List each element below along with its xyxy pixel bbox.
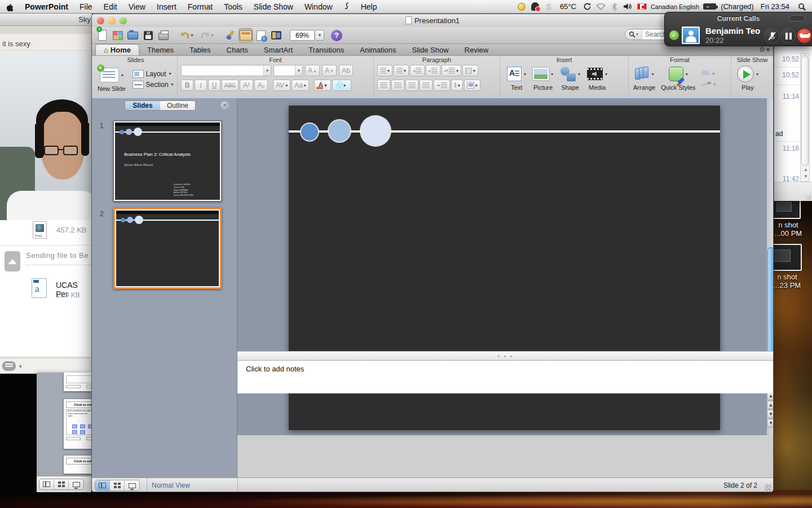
line-spacing-button[interactable]: ▴▾▾ bbox=[442, 65, 461, 76]
shape-fill-button[interactable]: ▾ bbox=[701, 71, 716, 77]
battery-icon[interactable]: ⌁ bbox=[701, 2, 718, 12]
slide-sorter-button[interactable] bbox=[110, 480, 125, 491]
italic-button[interactable]: I bbox=[195, 80, 207, 91]
insert-text-button[interactable]: ▾Text bbox=[507, 65, 526, 91]
menu-item-window[interactable]: Window bbox=[299, 0, 338, 14]
print-button[interactable] bbox=[156, 28, 170, 42]
input-language-label[interactable]: Canadian English bbox=[651, 3, 699, 10]
notes-input[interactable]: Click to add notes bbox=[237, 361, 774, 393]
close-panel-icon[interactable]: × bbox=[220, 101, 229, 110]
underline-button[interactable]: U bbox=[208, 80, 220, 91]
increase-indent-button[interactable]: ▸ bbox=[426, 65, 440, 76]
slide-1-thumbnail[interactable]: Business Plan 2: Critical Analysis Seven… bbox=[113, 121, 222, 202]
tab-home[interactable]: ⌂Home bbox=[95, 44, 139, 55]
skype-status-icon[interactable]: S bbox=[543, 2, 554, 12]
clock[interactable]: Fri 23:54 bbox=[756, 0, 794, 14]
slideshow-view-button[interactable] bbox=[125, 480, 139, 491]
hold-button[interactable] bbox=[780, 28, 796, 43]
previous-slide-button[interactable]: ▲ bbox=[767, 401, 774, 409]
character-spacing-button[interactable]: AV▾ bbox=[273, 80, 290, 91]
scroll-up-icon[interactable]: ▲ bbox=[804, 167, 808, 172]
new-slide-button[interactable]: + ▾ New Slide bbox=[98, 66, 126, 92]
distribute-text-button[interactable]: ◂▸ bbox=[434, 80, 450, 91]
help-button[interactable]: ? bbox=[331, 30, 342, 41]
file-sending-item[interactable]: Sending file to Be bbox=[0, 247, 92, 278]
slide-circle-small[interactable] bbox=[301, 124, 318, 141]
align-right-button[interactable] bbox=[405, 80, 418, 91]
format-painter-button[interactable] bbox=[223, 28, 237, 42]
strikethrough-button[interactable]: ABC bbox=[222, 80, 239, 91]
temperature-status[interactable]: 65°C bbox=[557, 0, 580, 14]
align-center-button[interactable] bbox=[391, 80, 404, 91]
align-text-box-button[interactable]: ▾ bbox=[464, 80, 480, 91]
save-button[interactable] bbox=[141, 28, 155, 42]
coin-status-icon[interactable] bbox=[516, 2, 527, 12]
decrease-indent-button[interactable]: ◂ bbox=[410, 65, 425, 76]
properties-button[interactable] bbox=[254, 28, 268, 42]
open-button[interactable] bbox=[126, 28, 140, 42]
menu-item-tools[interactable]: Tools bbox=[218, 0, 248, 14]
master-slide-thumbnail[interactable]: Click to edit bbox=[63, 455, 91, 474]
slide-circle-medium[interactable] bbox=[329, 120, 350, 142]
tab-review[interactable]: Review bbox=[457, 44, 497, 55]
menu-item-file[interactable]: File bbox=[74, 0, 98, 14]
menu-item-help[interactable]: Help bbox=[355, 0, 383, 14]
section-button[interactable]: Section▾ bbox=[133, 81, 174, 89]
tab-themes[interactable]: Themes bbox=[139, 44, 182, 55]
numbering-button[interactable]: ▾ bbox=[394, 65, 409, 76]
shrink-font-button[interactable]: A▼ bbox=[322, 65, 337, 76]
scrollbar-thumb[interactable] bbox=[801, 55, 809, 166]
subscript-button[interactable]: A₂ bbox=[254, 80, 268, 91]
arrange-button[interactable]: ▾ Arrange bbox=[633, 65, 655, 91]
chevron-down-icon[interactable]: ▾ bbox=[19, 364, 22, 369]
input-language-flag-icon[interactable] bbox=[636, 2, 648, 12]
window-pill-button[interactable] bbox=[789, 15, 805, 21]
bluetooth-status-icon[interactable] bbox=[609, 2, 620, 12]
menu-item-insert[interactable]: Insert bbox=[151, 0, 182, 14]
script-menu[interactable] bbox=[338, 0, 355, 14]
slide-sorter-button[interactable] bbox=[54, 479, 69, 489]
file-transfer-item[interactable]: PNG 457.2 KB bbox=[0, 220, 92, 244]
shape-line-button[interactable]: ▾ bbox=[701, 82, 716, 87]
insert-shape-button[interactable]: ▾Shape bbox=[560, 65, 580, 91]
toggle-ribbon-button[interactable] bbox=[239, 28, 253, 42]
text-effects-button[interactable]: A▾ bbox=[332, 80, 351, 91]
tab-animations[interactable]: Animations bbox=[352, 44, 404, 55]
redo-button[interactable]: ▾ bbox=[197, 28, 217, 42]
slideshow-view-button[interactable] bbox=[69, 479, 83, 489]
tab-tables[interactable]: Tables bbox=[182, 44, 219, 55]
tab-smartart[interactable]: SmartArt bbox=[256, 44, 301, 55]
text-direction-button[interactable]: ⫼▾ bbox=[451, 80, 463, 91]
font-size-combo[interactable]: ▼ bbox=[273, 65, 303, 76]
slide-line-shape[interactable] bbox=[289, 130, 720, 133]
undo-button[interactable]: ▾ bbox=[177, 28, 196, 42]
insert-media-button[interactable]: ▾Media bbox=[587, 65, 607, 91]
zoom-dropdown[interactable]: ▼ bbox=[316, 30, 324, 41]
tab-transitions[interactable]: Transitions bbox=[301, 44, 352, 55]
font-name-combo[interactable]: ▼ bbox=[181, 65, 271, 76]
file-transfer-item[interactable]: a UCAS Per 15.9 KB bbox=[0, 278, 92, 306]
battery-status[interactable]: (Charged) bbox=[721, 2, 754, 11]
tab-charts[interactable]: Charts bbox=[219, 44, 256, 55]
tab-slide-show[interactable]: Slide Show bbox=[404, 44, 457, 55]
notes-splitter[interactable]: ● ● ● bbox=[237, 351, 774, 361]
superscript-button[interactable]: A² bbox=[240, 80, 253, 91]
clear-formatting-button[interactable]: Ab bbox=[339, 65, 353, 76]
insert-picture-button[interactable]: ▾Picture bbox=[533, 65, 553, 91]
play-slideshow-button[interactable]: ▾ Play bbox=[737, 65, 758, 91]
master-slide-thumbnail[interactable] bbox=[63, 373, 91, 392]
scroll-down-icon[interactable]: ▼ bbox=[804, 174, 808, 179]
resize-grip[interactable] bbox=[805, 194, 811, 200]
chevron-down-icon[interactable]: ▾ bbox=[211, 33, 213, 38]
volume-status-icon[interactable] bbox=[623, 2, 634, 12]
slide-2-thumbnail[interactable] bbox=[113, 208, 222, 289]
change-case-button[interactable]: Aa▾ bbox=[292, 80, 309, 91]
normal-view-button[interactable] bbox=[39, 479, 54, 489]
menu-item-view[interactable]: View bbox=[123, 0, 151, 14]
end-call-button[interactable] bbox=[797, 28, 812, 43]
columns-button[interactable]: ▾ bbox=[462, 65, 478, 76]
mute-button[interactable] bbox=[764, 28, 779, 43]
menu-item-powerpoint[interactable]: PowerPoint bbox=[19, 0, 74, 14]
resize-grip[interactable] bbox=[765, 484, 771, 491]
font-color-button[interactable]: A▾ bbox=[314, 80, 331, 91]
